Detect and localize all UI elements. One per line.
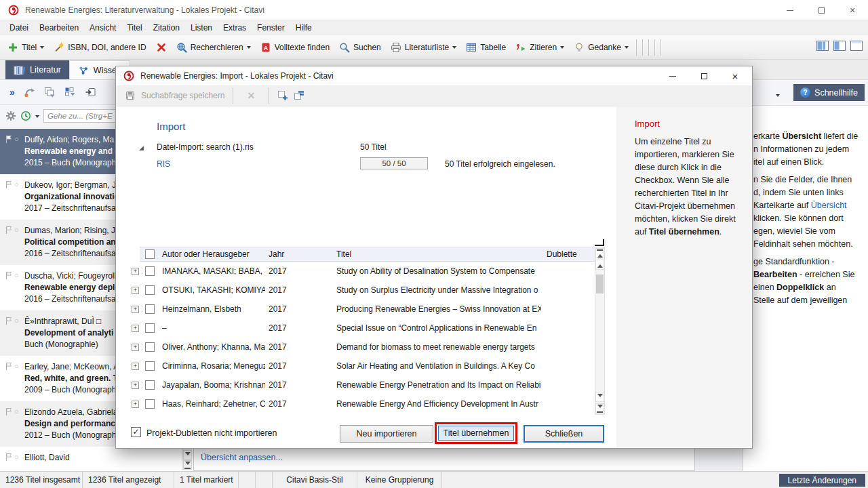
filter-grid-icon[interactable]: [64, 87, 76, 98]
chevron-down-icon: [40, 46, 44, 51]
reference-flag-icons: ○: [5, 453, 19, 462]
toolbar-button-delete[interactable]: [151, 38, 172, 57]
circle-icon: ○: [14, 317, 19, 325]
window-controls: ×: [774, 0, 868, 20]
panel-split3-icon[interactable]: [816, 41, 829, 51]
import-arrow-icon[interactable]: [85, 87, 96, 98]
table-row[interactable]: +Oliver, Anthony; Khanna, Ma2017Demand f…: [128, 338, 596, 357]
list-item[interactable]: ○Elliott, David: [0, 447, 182, 471]
row-checkbox[interactable]: [145, 380, 155, 390]
row-checkbox[interactable]: [145, 266, 155, 276]
expand-row-icon[interactable]: +: [132, 382, 139, 389]
menu-item-extras[interactable]: Extras: [218, 20, 252, 35]
scroll-up-button[interactable]: [595, 260, 604, 270]
table-row[interactable]: +–2017Special Issue on “Control Applicat…: [128, 319, 596, 338]
expander-triangle-icon[interactable]: ◢: [139, 145, 144, 151]
toolbar-button-gedanke[interactable]: Gedanke: [569, 38, 633, 57]
table-row[interactable]: +IMANAKA, MASAKI; BABA, J2017Study on Ab…: [128, 262, 596, 281]
gear-icon[interactable]: [5, 110, 16, 121]
table-row[interactable]: +Haas, Reinhard; Zehetner, C2017Renewabl…: [128, 394, 596, 413]
scroll-top-button[interactable]: [595, 248, 604, 258]
column-header-year[interactable]: Jahr: [269, 249, 309, 259]
row-checkbox[interactable]: [145, 323, 155, 333]
expand-toolbar-chevrons[interactable]: »: [9, 87, 15, 98]
close-dialog-button[interactable]: Schließen: [524, 425, 604, 443]
circle-icon: ○: [14, 453, 19, 461]
menu-item-datei[interactable]: Datei: [4, 20, 34, 35]
help-link[interactable]: Übersicht: [811, 201, 847, 210]
tab-literatur[interactable]: Literatur: [5, 60, 69, 79]
menu-item-fenster[interactable]: Fenster: [252, 20, 290, 35]
chevron-down-icon: [560, 46, 564, 51]
toolbar-button-tabelle[interactable]: Tabelle: [461, 38, 511, 57]
dialog-close-button[interactable]: ×: [719, 66, 751, 85]
expand-row-icon[interactable]: +: [132, 363, 139, 370]
dialog-minimize-button[interactable]: [657, 66, 688, 85]
expand-all-icon[interactable]: [277, 90, 288, 101]
brush-arrow-icon[interactable]: [24, 87, 35, 98]
toolbar-button-literaturliste[interactable]: Literaturliste: [386, 38, 461, 57]
flag-icon: [5, 135, 13, 144]
new-import-button[interactable]: Neu importieren: [340, 425, 433, 443]
panel-split2-icon[interactable]: [833, 41, 846, 51]
scroll-down-button[interactable]: [183, 450, 192, 460]
expand-row-icon[interactable]: +: [132, 306, 139, 313]
row-checkbox[interactable]: [145, 399, 155, 409]
delete-query-button[interactable]: ✕: [241, 90, 260, 101]
schnellhilfe-button[interactable]: ? Schnellhilfe: [793, 84, 865, 101]
scrollbar-thumb[interactable]: [596, 274, 604, 293]
maximize-button[interactable]: [806, 0, 837, 20]
column-header-dublette[interactable]: Dublette: [547, 249, 587, 259]
scroll-end-button[interactable]: [595, 403, 604, 413]
row-checkbox[interactable]: [145, 342, 155, 352]
close-button[interactable]: ×: [837, 0, 868, 20]
minimize-button[interactable]: [774, 0, 806, 20]
table-row[interactable]: +OTSUKI, TAKASHI; KOMIYAM2017Study on Su…: [128, 281, 596, 300]
menu-item-zitation[interactable]: Zitation: [148, 20, 185, 35]
citavi-logo-icon: [8, 5, 19, 16]
menu-item-hilfe[interactable]: Hilfe: [290, 20, 317, 35]
help-text: ge Standardfunktion -: [753, 257, 835, 266]
toolbar-button-isbn-doi[interactable]: ISBN, DOI, andere ID: [49, 38, 151, 57]
scroll-down-button[interactable]: [595, 392, 604, 402]
menu-item-bearbeiten[interactable]: Bearbeiten: [34, 20, 84, 35]
toolbar-button-suchen[interactable]: Suchen: [334, 38, 386, 57]
save-query-button[interactable]: Suchabfrage speichern: [141, 91, 224, 100]
stacked-list-icon[interactable]: [44, 87, 56, 98]
duplicates-checkbox[interactable]: ✓: [131, 427, 141, 437]
expand-row-icon[interactable]: +: [132, 287, 139, 294]
column-header-author[interactable]: Autor oder Herausgeber: [162, 249, 265, 259]
dialog-help-panel: Import Um einzelne Titel zu importieren,…: [616, 106, 752, 448]
chevron-down-icon[interactable]: [776, 94, 780, 99]
collapse-all-icon[interactable]: [294, 90, 304, 101]
expand-row-icon[interactable]: +: [132, 401, 139, 408]
table-row[interactable]: +Jayapalan, Booma; Krishnan,2017Renewabl…: [128, 375, 596, 394]
row-checkbox[interactable]: [145, 361, 155, 371]
cell-author: Jayapalan, Booma; Krishnan,: [162, 380, 265, 390]
dialog-maximize-button[interactable]: [688, 66, 719, 85]
clock-icon[interactable]: [20, 110, 31, 121]
take-titles-button[interactable]: Titel übernehmen: [438, 426, 514, 441]
expand-row-icon[interactable]: +: [132, 344, 139, 351]
table-row[interactable]: +Ciriminna, Rosaria; Meneguz2017Solar Ai…: [128, 357, 596, 375]
expand-row-icon[interactable]: +: [132, 268, 139, 275]
menu-item-titel[interactable]: Titel: [121, 20, 147, 35]
toolbar-button-recherchieren[interactable]: Recherchieren: [172, 38, 256, 57]
toolbar-button-add-title[interactable]: Titel: [3, 38, 49, 57]
toolbar-button-zitieren[interactable]: Zitieren: [511, 38, 569, 57]
row-checkbox[interactable]: [145, 285, 155, 295]
last-changes-button[interactable]: Letzte Änderungen: [779, 474, 865, 487]
select-all-checkbox[interactable]: [145, 249, 155, 259]
column-header-title[interactable]: Titel: [336, 249, 541, 259]
menu-item-ansicht[interactable]: Ansicht: [84, 20, 121, 35]
toolbar-button-volltexte-finden[interactable]: AVolltexte finden: [256, 38, 334, 57]
expand-row-icon[interactable]: +: [132, 325, 139, 332]
overview-customize-link[interactable]: Übersicht anpassen...: [201, 453, 283, 462]
table-row[interactable]: +Heinzelmann, Elsbeth2017Producing Renew…: [128, 300, 596, 319]
row-checkbox[interactable]: [145, 304, 155, 314]
panel-single-icon[interactable]: [850, 41, 863, 51]
menu-item-listen[interactable]: Listen: [185, 20, 218, 35]
scroll-end-button[interactable]: [183, 460, 192, 470]
chevron-down-icon[interactable]: [35, 115, 39, 120]
table-scrollbar[interactable]: [595, 247, 605, 415]
